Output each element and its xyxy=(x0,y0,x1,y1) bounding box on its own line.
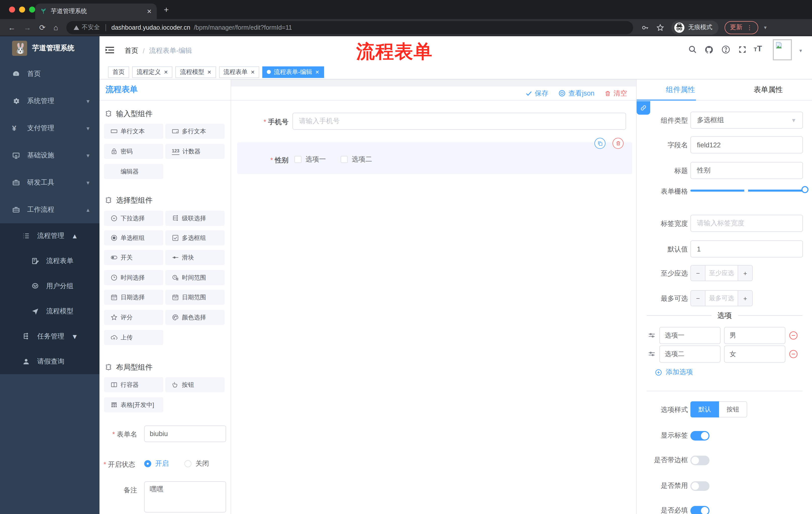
github-icon[interactable] xyxy=(704,45,714,54)
forward-icon[interactable]: → xyxy=(24,23,31,32)
avatar[interactable] xyxy=(773,39,792,60)
text-size-icon[interactable]: TT xyxy=(754,44,762,53)
copy-component-button[interactable] xyxy=(594,138,606,149)
home-icon[interactable]: ⌂ xyxy=(54,23,58,32)
view-json-button[interactable]: 查看json xyxy=(558,89,594,98)
bookmark-star-icon[interactable] xyxy=(656,23,664,31)
status-radio-off[interactable]: 关闭 xyxy=(184,459,209,468)
tab-close-icon[interactable]: ✕ xyxy=(147,8,152,15)
sidebar-item-devtools[interactable]: 研发工具 ▼ xyxy=(0,169,99,196)
show-label-toggle[interactable] xyxy=(690,431,709,440)
gender-option-1[interactable]: 选项一 xyxy=(294,155,326,164)
sidebar-item-system[interactable]: 系统管理 ▼ xyxy=(0,87,99,115)
title-input[interactable]: 性别 xyxy=(690,162,803,179)
palette-item-select[interactable]: 下拉选择 xyxy=(104,211,163,226)
sidebar-item-infra[interactable]: 基础设施 ▼ xyxy=(0,142,99,169)
help-icon[interactable] xyxy=(722,45,730,54)
max-select-stepper[interactable]: − 最多可选 + xyxy=(690,290,753,306)
tag-process-model[interactable]: 流程模型✕ xyxy=(176,66,216,78)
checkbox-icon[interactable] xyxy=(341,156,348,163)
status-radio-on[interactable]: 开启 xyxy=(144,459,169,468)
tab-component-props[interactable]: 组件属性 xyxy=(637,79,724,100)
browser-menu-icon[interactable]: ⋮ xyxy=(747,24,752,31)
default-value-input[interactable]: 1 xyxy=(690,240,803,258)
palette-item-table[interactable]: 表格[开发中] xyxy=(104,397,163,412)
form-remark-textarea[interactable]: 嘿嘿 xyxy=(144,481,226,513)
not-secure-warning[interactable]: 不安全 xyxy=(73,23,100,32)
breadcrumb-home[interactable]: 首页 xyxy=(125,46,138,55)
palette-item-button[interactable]: 按钮 xyxy=(165,377,225,392)
palette-item-checkbox-group[interactable]: 多选框组 xyxy=(165,231,225,245)
sidebar-logo[interactable]: 芋道管理系统 xyxy=(0,36,99,60)
maximize-window-button[interactable] xyxy=(29,6,35,12)
component-type-select[interactable]: 多选框组▼ xyxy=(690,112,803,129)
back-icon[interactable]: ← xyxy=(8,23,16,32)
tab-form-props[interactable]: 表单属性 xyxy=(724,79,812,100)
tag-process-form-edit[interactable]: 流程表单-编辑✕ xyxy=(262,66,324,78)
password-key-icon[interactable] xyxy=(641,23,649,31)
palette-item-rate[interactable]: 评分 xyxy=(104,310,163,325)
option-value-input[interactable]: 男 xyxy=(724,327,785,344)
palette-item-password[interactable]: 密码 xyxy=(104,144,163,159)
tag-process-definition[interactable]: 流程定义✕ xyxy=(132,66,173,78)
palette-item-single-text[interactable]: 单行文本 xyxy=(104,124,163,139)
browser-tab[interactable]: 芋道管理系统 ✕ xyxy=(35,3,157,19)
browser-update-button[interactable]: 更新 ⋮ xyxy=(724,21,758,34)
tag-home[interactable]: 首页 xyxy=(108,66,129,78)
palette-item-slider[interactable]: 滑块 xyxy=(165,250,225,265)
field-link-handle[interactable] xyxy=(637,101,650,115)
increase-icon[interactable]: + xyxy=(738,266,752,281)
remove-option-icon[interactable] xyxy=(789,350,798,359)
sidebar-item-process-mgmt[interactable]: 流程管理 ▲ xyxy=(0,223,99,248)
drag-handle-icon[interactable] xyxy=(648,350,656,358)
palette-item-radio-group[interactable]: 单选框组 xyxy=(104,231,163,245)
disabled-toggle[interactable] xyxy=(690,481,709,491)
sidebar-item-process-model[interactable]: 流程模型 xyxy=(0,299,99,324)
form-name-input[interactable] xyxy=(144,426,226,442)
minimize-window-button[interactable] xyxy=(19,6,25,12)
save-button[interactable]: 保存 xyxy=(526,89,548,98)
close-icon[interactable]: ✕ xyxy=(251,69,255,75)
avatar-caret-icon[interactable]: ▼ xyxy=(799,48,803,53)
tag-process-form[interactable]: 流程表单✕ xyxy=(219,66,260,78)
sidebar-item-user-group[interactable]: 用户分组 xyxy=(0,274,99,299)
with-border-toggle[interactable] xyxy=(690,456,709,465)
add-option-button[interactable]: 添加选项 xyxy=(655,368,693,377)
palette-item-upload[interactable]: 上传 xyxy=(104,330,163,345)
label-width-input[interactable]: 请输入标签宽度 xyxy=(690,215,803,232)
palette-item-switch[interactable]: 开关 xyxy=(104,250,163,265)
palette-item-multi-text[interactable]: 多行文本 xyxy=(165,124,225,139)
required-toggle[interactable] xyxy=(690,506,709,514)
form-grid-slider[interactable] xyxy=(690,190,805,192)
style-default-button[interactable]: 默认 xyxy=(690,401,719,417)
slider-handle[interactable] xyxy=(802,186,809,193)
clear-button[interactable]: 清空 xyxy=(605,89,627,98)
new-tab-button[interactable]: + xyxy=(164,5,169,14)
palette-item-row-container[interactable]: 行容器 xyxy=(104,377,163,392)
palette-item-time-range[interactable]: 时间范围 xyxy=(165,270,225,285)
decrease-icon[interactable]: − xyxy=(691,291,705,306)
remove-option-icon[interactable] xyxy=(789,331,798,340)
palette-item-time-picker[interactable]: 时间选择 xyxy=(104,270,163,285)
palette-item-date-range[interactable]: 日期范围 xyxy=(165,290,225,305)
style-button-button[interactable]: 按钮 xyxy=(719,401,747,417)
palette-item-color-picker[interactable]: 颜色选择 xyxy=(165,310,225,325)
search-icon[interactable] xyxy=(688,45,697,54)
selected-component-gender[interactable]: 性别 选项一 选项二 xyxy=(237,142,632,174)
decrease-icon[interactable]: − xyxy=(691,266,705,281)
checkbox-icon[interactable] xyxy=(294,156,301,163)
option-label-input[interactable]: 选项一 xyxy=(659,327,721,344)
palette-item-counter[interactable]: 123 计数器 xyxy=(165,144,225,159)
min-select-stepper[interactable]: − 至少应选 + xyxy=(690,265,753,281)
option-label-input[interactable]: 选项二 xyxy=(659,346,721,362)
sidebar-item-process-form[interactable]: 流程表单 xyxy=(0,248,99,274)
close-icon[interactable]: ✕ xyxy=(207,69,211,75)
palette-item-date-picker[interactable]: 日期选择 xyxy=(104,290,163,305)
sidebar-item-home[interactable]: 首页 xyxy=(0,60,99,87)
close-icon[interactable]: ✕ xyxy=(315,69,319,75)
close-icon[interactable]: ✕ xyxy=(164,69,168,75)
gender-option-2[interactable]: 选项二 xyxy=(341,155,372,164)
increase-icon[interactable]: + xyxy=(738,291,752,306)
sidebar-item-leave-query[interactable]: 请假查询 xyxy=(0,349,99,374)
palette-item-editor[interactable]: 编辑器 xyxy=(104,164,163,179)
